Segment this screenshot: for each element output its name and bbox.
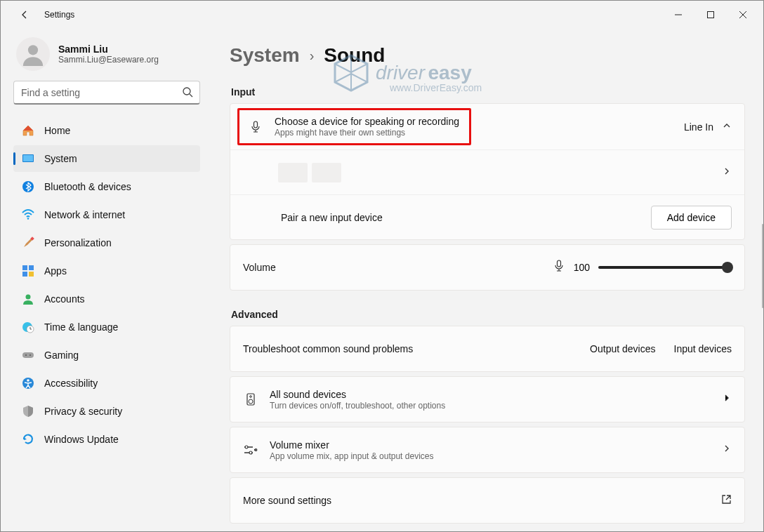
svg-point-1 bbox=[28, 45, 38, 55]
search-input[interactable] bbox=[13, 81, 200, 105]
all-sound-devices-card[interactable]: All sound devices Turn devices on/off, t… bbox=[230, 376, 745, 423]
svg-rect-9 bbox=[29, 265, 34, 270]
nav-label: System bbox=[44, 153, 77, 164]
shield-icon bbox=[22, 405, 34, 418]
svg-point-17 bbox=[29, 354, 31, 356]
choose-device-title: Choose a device for speaking or recordin… bbox=[275, 116, 459, 127]
system-icon bbox=[22, 152, 34, 165]
update-icon bbox=[22, 433, 34, 446]
nav-label: Home bbox=[44, 125, 70, 136]
profile-name: Sammi Liu bbox=[58, 44, 159, 55]
troubleshoot-row: Troubleshoot common sound problems Outpu… bbox=[230, 326, 744, 371]
globe-clock-icon bbox=[22, 321, 34, 333]
svg-rect-11 bbox=[29, 272, 34, 277]
mixer-icon bbox=[243, 444, 258, 456]
svg-point-25 bbox=[245, 446, 248, 448]
svg-rect-15 bbox=[22, 352, 34, 358]
nav-apps[interactable]: Apps bbox=[13, 258, 200, 284]
nav-label: Gaming bbox=[44, 350, 79, 361]
nav-update[interactable]: Windows Update bbox=[13, 426, 200, 453]
output-devices-button[interactable]: Output devices bbox=[590, 343, 655, 354]
back-button[interactable] bbox=[12, 2, 37, 27]
svg-point-19 bbox=[27, 379, 29, 382]
breadcrumb-parent[interactable]: System bbox=[230, 44, 300, 67]
sidebar: Sammi Liu Sammi.Liu@Easeware.org Home Sy… bbox=[1, 29, 211, 531]
maximize-icon bbox=[707, 11, 714, 18]
nav-privacy[interactable]: Privacy & security bbox=[13, 398, 200, 425]
nav-time[interactable]: Time & language bbox=[13, 314, 200, 340]
nav-system[interactable]: System bbox=[13, 145, 200, 172]
choose-device-value: Line In bbox=[684, 121, 713, 133]
svg-point-26 bbox=[249, 451, 252, 454]
breadcrumb-current: Sound bbox=[324, 44, 385, 67]
chevron-right-icon bbox=[722, 393, 732, 406]
nav-personalization[interactable]: Personalization bbox=[13, 230, 200, 256]
profile-block[interactable]: Sammi Liu Sammi.Liu@Easeware.org bbox=[13, 33, 200, 81]
volume-mixer-card[interactable]: Volume mixer App volume mix, app input &… bbox=[230, 427, 745, 473]
nav-label: Bluetooth & devices bbox=[44, 181, 131, 192]
svg-point-2 bbox=[183, 88, 190, 95]
brush-icon bbox=[22, 237, 34, 249]
chevron-right-icon bbox=[722, 444, 732, 456]
more-settings-title: More sound settings bbox=[243, 495, 710, 506]
chevron-right-icon: › bbox=[310, 48, 315, 64]
pair-device-row: Pair a new input device Add device bbox=[230, 194, 744, 239]
volume-label: Volume bbox=[243, 262, 276, 273]
avatar bbox=[16, 37, 50, 71]
more-sound-settings-card[interactable]: More sound settings bbox=[230, 477, 745, 524]
slider-thumb[interactable] bbox=[722, 262, 733, 273]
mixer-title: Volume mixer bbox=[270, 439, 711, 451]
person-icon bbox=[22, 293, 34, 305]
svg-point-6 bbox=[27, 218, 29, 220]
bluetooth-icon bbox=[22, 180, 34, 193]
nav-label: Privacy & security bbox=[44, 406, 122, 417]
svg-rect-8 bbox=[22, 265, 27, 270]
input-devices-button[interactable]: Input devices bbox=[674, 343, 732, 354]
microphone-icon[interactable] bbox=[553, 260, 565, 275]
content-area: System › Sound Input Choose a device for… bbox=[211, 29, 763, 531]
nav-list: Home System Bluetooth & devices Network … bbox=[13, 117, 200, 453]
input-card: Choose a device for speaking or recordin… bbox=[230, 103, 745, 240]
maximize-button[interactable] bbox=[694, 1, 727, 29]
section-advanced-heading: Advanced bbox=[231, 309, 745, 320]
search-wrap bbox=[13, 81, 200, 105]
mixer-sub: App volume mix, app input & output devic… bbox=[270, 451, 711, 461]
apps-icon bbox=[22, 265, 34, 277]
accessibility-icon bbox=[22, 377, 34, 390]
nav-network[interactable]: Network & internet bbox=[13, 201, 200, 228]
speaker-device-icon bbox=[243, 393, 258, 406]
home-icon bbox=[22, 124, 34, 137]
add-device-button[interactable]: Add device bbox=[651, 206, 732, 230]
profile-email: Sammi.Liu@Easeware.org bbox=[58, 55, 159, 65]
section-input-heading: Input bbox=[231, 86, 745, 98]
minimize-button[interactable] bbox=[662, 1, 694, 29]
scrollbar[interactable] bbox=[762, 224, 763, 308]
choose-device-sub: Apps might have their own settings bbox=[275, 128, 459, 138]
nav-accessibility[interactable]: Accessibility bbox=[13, 370, 200, 397]
titlebar: Settings bbox=[1, 1, 763, 29]
minimize-icon bbox=[675, 11, 682, 18]
volume-value: 100 bbox=[574, 262, 590, 273]
all-devices-sub: Turn devices on/off, troubleshoot, other… bbox=[270, 401, 711, 411]
chevron-right-icon bbox=[722, 166, 732, 179]
window-controls bbox=[662, 1, 759, 29]
arrow-left-icon bbox=[19, 9, 30, 20]
nav-gaming[interactable]: Gaming bbox=[13, 342, 200, 368]
nav-accounts[interactable]: Accounts bbox=[13, 286, 200, 312]
svg-rect-20 bbox=[254, 121, 258, 128]
svg-point-16 bbox=[25, 354, 27, 356]
nav-label: Apps bbox=[44, 265, 67, 277]
choose-device-row[interactable]: Choose a device for speaking or recordin… bbox=[230, 104, 744, 149]
input-device-item[interactable] bbox=[230, 149, 744, 194]
all-devices-title: All sound devices bbox=[270, 389, 711, 400]
svg-rect-0 bbox=[708, 12, 714, 18]
svg-rect-4 bbox=[23, 155, 33, 161]
svg-rect-10 bbox=[22, 272, 27, 277]
close-icon bbox=[739, 11, 746, 18]
nav-home[interactable]: Home bbox=[13, 117, 200, 144]
volume-slider[interactable] bbox=[598, 266, 732, 269]
window-title: Settings bbox=[44, 10, 74, 20]
nav-bluetooth[interactable]: Bluetooth & devices bbox=[13, 173, 200, 200]
close-button[interactable] bbox=[727, 1, 759, 29]
gamepad-icon bbox=[22, 349, 34, 361]
